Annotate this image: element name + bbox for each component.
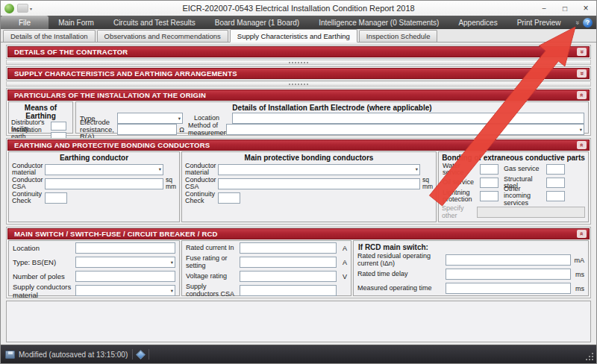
method-of-measurement-label: Method of measurement [187,122,226,136]
splitter-grip [289,84,308,85]
extraneous-parts-title: Bonding of extraneous conductive parts [439,152,588,163]
rcd-panel: If RCD main switch: Rated residual opera… [353,240,589,296]
main-bonding-material-dropdown[interactable]: ▾ [218,164,420,175]
tab-inspection-schedule[interactable]: Inspection Schedule [359,30,438,42]
gas-service-box[interactable] [546,164,565,175]
menu-appendices[interactable]: Appendices [448,16,507,29]
menu-circuits[interactable]: Circuits and Test Results [104,16,205,29]
autosave-status-text: Modified (autosaved at 13:15:00) [19,351,128,359]
supply-conductors-material-label: Supply conductors material [13,283,75,299]
splitter[interactable] [6,60,591,65]
section-earthing-bonding: EARTHING AND PROTECTIVE BONDING CONDUCTO… [6,138,591,225]
conductor-csa-label: Conductor CSA [12,177,45,191]
sq-mm-unit: sq mm [163,177,176,190]
section-main-switch-header[interactable]: MAIN SWITCH / SWITCH-FUSE / CIRCUIT BREA… [7,228,590,239]
specify-other-label: Specify other [442,204,477,219]
electrode-location-label: Location [193,115,232,122]
rated-current-label: Rated current In [186,245,240,251]
means-of-earthing-panel: Means of Earthing Distributor's facility… [8,101,73,134]
section-supply-arrangements: SUPPLY CHARACTERISTICS AND EARTHING ARRA… [6,66,591,81]
section-collapse-chevron[interactable]: » [577,48,587,56]
section-contractor-header[interactable]: DETAILS OF THE CONTRACTOR » [7,46,590,57]
main-bonding-panel: Main protective bonding conductors Condu… [181,151,437,222]
earthing-conductor-panel: Earthing conductor Conductor material ▾ … [8,151,180,222]
quick-access-save-icon[interactable] [17,4,28,13]
statusbar-separator [149,349,149,360]
minimize-button[interactable]: – [534,1,554,16]
water-service-box[interactable] [480,164,498,175]
volt-unit: V [337,273,347,280]
menu-intelligence-manager[interactable]: Intelligence Manager (0 Statements) [309,16,448,29]
section-contractor: DETAILS OF THE CONTRACTOR » [6,45,591,59]
section-collapse-chevron[interactable]: » [577,69,587,78]
window-title: EICR-202007-0543 Electrical Installation… [1,4,596,13]
distributors-facility-box[interactable] [51,122,66,131]
main-bonding-csa-input[interactable] [218,178,420,189]
chevron-down-icon: ▾ [171,287,173,293]
splitter[interactable] [6,81,591,87]
section-earthing-header[interactable]: EARTHING AND PROTECTIVE BONDING CONDUCTO… [7,139,590,151]
electrode-location-input[interactable] [232,113,584,124]
menu-print-preview[interactable]: Print Preview [507,16,571,29]
chevron-down-icon: » [578,50,585,54]
quick-access-caret-icon[interactable]: ▾ [30,6,32,11]
help-icon[interactable]: ? [583,18,593,28]
electrode-resistance-input[interactable] [117,124,177,135]
chevron-down-icon: ▾ [580,126,582,132]
supply-conductors-csa-input[interactable] [240,285,337,296]
electrode-type-dropdown[interactable]: ▾ [117,113,183,124]
supply-conductors-csa-label: Supply conductors CSA [186,283,240,298]
maximize-button[interactable]: □ [554,1,575,16]
structural-steel-box[interactable] [546,178,565,188]
save-status-icon [5,351,15,359]
location-label: Location [13,244,75,252]
rated-time-delay-input[interactable] [446,269,571,280]
section-supply-header[interactable]: SUPPLY CHARACTERISTICS AND EARTHING ARRA… [7,68,590,79]
menu-board-manager[interactable]: Board Manager (1 Board) [205,16,309,29]
earthing-conductor-material-dropdown[interactable]: ▾ [45,164,163,175]
earthing-conductor-csa-input[interactable] [45,178,163,189]
measured-operating-time-label: Measured operating time [357,285,446,292]
section-collapse-chevron[interactable]: » [577,230,587,238]
type-bsen-dropdown[interactable]: ▾ [75,257,175,268]
section-collapse-chevron[interactable]: » [577,91,587,99]
chevron-down-icon: ▾ [159,166,161,172]
oil-service-box[interactable] [480,178,498,188]
tab-observations[interactable]: Observations and Recommendations [97,30,228,42]
section-particulars-header[interactable]: PARTICULARS OF THE INSTALLATION AT THE O… [7,90,590,101]
tab-details-of-installation[interactable]: Details of the Installation [3,30,96,42]
main-bonding-continuity-check-box[interactable] [218,192,240,204]
ohm-unit: Ω [177,126,187,134]
resize-grip[interactable] [592,359,593,360]
tab-supply-characteristics[interactable]: Supply Characteristics and Earthing [230,29,357,43]
voltage-rating-input[interactable] [240,271,337,282]
section-title: EARTHING AND PROTECTIVE BONDING CONDUCTO… [14,141,210,149]
close-button[interactable]: × [575,1,596,16]
measured-operating-time-input[interactable] [446,283,571,294]
residual-current-label: Rated residual operating current (IΔn) [357,253,446,267]
menu-main-form[interactable]: Main Form [49,16,104,29]
section-particulars: PARTICULARS OF THE INSTALLATION AT THE O… [6,88,591,136]
menubar: File Main Form Circuits and Test Results… [1,16,596,29]
sq-mm-unit: sq mm [420,177,433,190]
method-of-measurement-dropdown[interactable]: ▾ [226,124,584,135]
lightning-protection-box[interactable] [480,191,498,201]
earthing-continuity-check-box[interactable] [45,192,67,204]
fuse-rating-input[interactable] [240,257,337,268]
earthing-conductor-title: Earthing conductor [9,152,179,163]
ms-unit: ms [571,285,584,292]
continuity-check-label: Continuity Check [185,191,218,205]
main-switch-location-input[interactable] [75,242,175,254]
number-of-poles-input[interactable] [75,271,175,282]
residual-current-input[interactable] [446,254,571,266]
other-incoming-services-box[interactable] [546,191,565,201]
lightning-protection-label: Lightning protection [443,189,480,204]
rated-current-input[interactable] [240,242,337,254]
number-of-poles-label: Number of poles [13,272,75,280]
specify-other-input [477,207,585,218]
supply-conductors-material-dropdown[interactable]: ▾ [75,285,175,296]
section-collapse-chevron[interactable]: » [577,141,587,149]
fuse-rating-label: Fuse rating or setting [186,255,240,269]
ribbon-overflow-chevron-icon[interactable]: » [574,20,581,24]
menu-file[interactable]: File [1,16,49,29]
